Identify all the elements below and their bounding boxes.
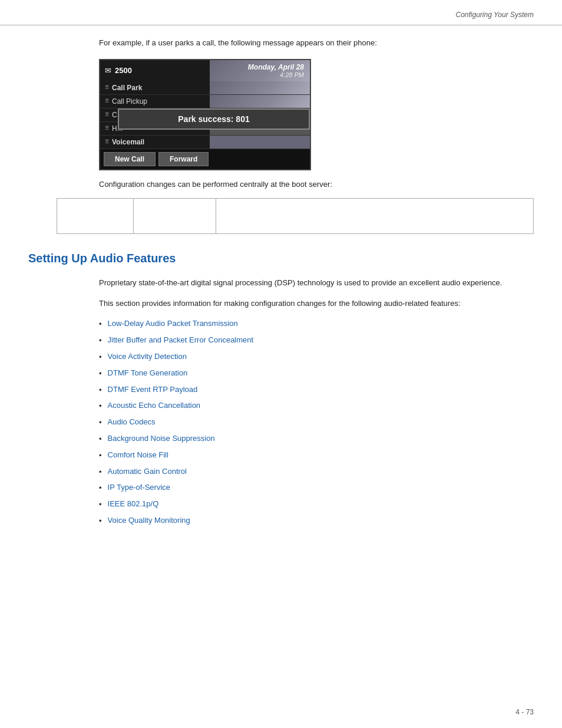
forward-button[interactable]: Forward [158,152,209,166]
list-item: Jitter Buffer and Packet Error Concealme… [99,334,534,347]
page-number: 4 - 73 [515,708,534,716]
section-heading: Setting Up Audio Features [28,252,534,265]
phone-time: 4:28 PM [216,71,304,78]
list-item: Comfort Noise Fill [99,449,534,462]
phone-display: ✉ 2500 Monday, April 28 4:28 PM ⠿ Call P… [99,59,311,170]
feature-list: Low-Delay Audio Packet TransmissionJitte… [99,318,534,527]
section-para-2: This section provides information for ma… [99,298,534,310]
page-footer: 4 - 73 [515,708,534,716]
list-item: DTMF Tone Generation [99,367,534,380]
list-item: IP Type-of-Service [99,482,534,495]
grid-icon-3: ⠿ [105,111,109,118]
header-title: Configuring Your System [455,11,534,19]
new-call-button[interactable]: New Call [104,152,156,166]
page-header: Configuring Your System [0,0,562,25]
list-item: Voice Activity Detection [99,351,534,364]
popup-text: Park success: 801 [178,114,249,124]
table-cell-2 [134,198,216,233]
section-body: Proprietary state-of-the-art digital sig… [99,277,534,528]
table-cell-1 [57,198,134,233]
list-item: IEEE 802.1p/Q [99,498,534,511]
config-table-section [57,198,534,234]
table-cell-3 [216,198,534,233]
list-item: Voice Quality Monitoring [99,515,534,528]
list-item: Acoustic Echo Cancellation [99,400,534,413]
list-item: DTMF Event RTP Payload [99,384,534,397]
config-text: Configuration changes can be performed c… [99,180,534,189]
page-body: For example, if a user parks a call, the… [0,25,562,555]
intro-paragraph: For example, if a user parks a call, the… [99,37,534,50]
phone-number: 2500 [115,66,132,75]
grid-icon-1: ⠿ [105,84,109,91]
list-item: Low-Delay Audio Packet Transmission [99,318,534,331]
list-item: Audio Codecs [99,416,534,429]
menu-item-1: Call Park [112,84,142,92]
section-para-1: Proprietary state-of-the-art digital sig… [99,277,534,289]
menu-item-5: Voicemail [112,138,144,146]
config-table [57,198,534,234]
phone-screenshot: ✉ 2500 Monday, April 28 4:28 PM ⠿ Call P… [99,59,311,170]
phone-date: Monday, April 28 [216,63,304,71]
table-row [57,198,534,233]
grid-icon-4: ⠿ [105,125,109,131]
list-item: Background Noise Suppression [99,433,534,446]
grid-icon-5: ⠿ [105,139,109,145]
list-item: Automatic Gain Control [99,466,534,479]
mail-icon: ✉ [105,66,111,75]
menu-item-2: Call Pickup [112,97,147,106]
grid-icon-2: ⠿ [105,98,109,104]
